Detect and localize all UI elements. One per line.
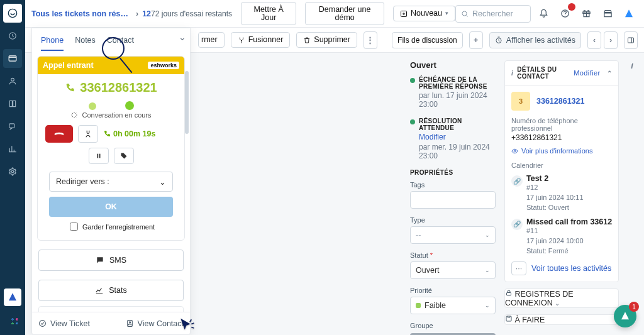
view-contact-link[interactable]: View Contact (126, 319, 184, 328)
add-thread-button[interactable]: + (469, 31, 483, 49)
todo-icon (505, 315, 513, 322)
search-input[interactable]: Rechercher (455, 5, 531, 23)
new-label: Nouveau (411, 9, 442, 18)
calendar-label: Calendrier (511, 162, 543, 169)
more-actions-button[interactable]: ⋮ (364, 31, 377, 49)
type-label: Type (410, 216, 496, 224)
ticket-icon (38, 319, 47, 327)
lock-icon (505, 289, 513, 297)
activity-item[interactable]: 🔗 Test 2 #12 17 juin 2024 10:11 Statut: … (511, 173, 612, 213)
help-icon[interactable] (556, 5, 574, 23)
nav-apps-icon[interactable] (3, 310, 22, 329)
signin-logs-title: REGISTRES DE CONNEXION (505, 290, 574, 307)
redirect-select[interactable]: Rediriger vers : ⌄ (49, 172, 173, 192)
svg-rect-18 (507, 292, 511, 295)
marketplace-icon[interactable] (599, 5, 616, 23)
status-select[interactable]: Ouvert⌄ (410, 261, 496, 279)
link-icon: 🔗 (511, 219, 523, 230)
pause-button[interactable] (89, 148, 109, 164)
nav-phone-icon[interactable] (3, 4, 22, 23)
activity-item[interactable]: 🔗 Missed call from 33612861321 #11 17 ju… (511, 217, 612, 256)
delete-button[interactable]: Supprimer (296, 32, 357, 48)
search-placeholder: Rechercher (472, 9, 513, 18)
contact-info-toggle[interactable]: i (628, 60, 636, 70)
close-button-partial[interactable]: rmer (198, 32, 225, 48)
first-response-label: ÉCHÉANCE DE LA PREMIÈRE RÉPONSE (419, 76, 496, 90)
stats-button[interactable]: Stats (38, 280, 184, 301)
breadcrumb-root[interactable]: Tous les tickets non réso… (31, 9, 132, 18)
merge-button[interactable]: Fusionner (231, 32, 291, 48)
link-icon: 🔗 (511, 175, 523, 187)
nav-settings-icon[interactable] (3, 162, 22, 181)
collapse-popover-icon[interactable]: ⌄ (179, 32, 186, 42)
threads-button[interactable]: Fils de discussion (392, 32, 463, 48)
trash-icon (303, 36, 311, 44)
upgrade-button[interactable]: Mettre À Jour (241, 2, 296, 25)
tags-input[interactable] (410, 191, 496, 209)
priority-select[interactable]: Faible⌄ (410, 297, 496, 314)
contact-name-link[interactable]: 33612861321 (536, 97, 584, 106)
notifications-icon[interactable] (535, 5, 552, 23)
tag-button[interactable] (114, 148, 134, 164)
chevron-up-icon[interactable]: ⌃ (607, 70, 612, 77)
svg-rect-11 (99, 154, 100, 158)
edit-contact-link[interactable]: Modifier (574, 69, 600, 77)
call-history-button[interactable]: Historique des appels (38, 306, 184, 312)
nav-social-icon[interactable] (3, 117, 22, 136)
next-button[interactable]: › (604, 31, 618, 49)
expand-panel-button[interactable] (624, 31, 638, 49)
popover-scrollbar[interactable] (185, 71, 189, 134)
modify-resolution-link[interactable]: Modifier (419, 133, 446, 141)
nav-dashboard-icon[interactable] (3, 26, 22, 45)
nav-contacts-icon[interactable] (3, 72, 22, 91)
view-contact-label: View Contact (138, 319, 184, 328)
tab-contact[interactable]: Contact (107, 36, 134, 51)
view-ticket-link[interactable]: View Ticket (38, 319, 90, 328)
more-menu-button[interactable]: ··· (511, 261, 526, 275)
keep-recording-checkbox[interactable] (70, 222, 78, 231)
chevron-down-icon[interactable]: ⌄ (555, 300, 560, 307)
hold-button[interactable] (78, 125, 98, 143)
svg-rect-16 (628, 38, 634, 43)
group-label: Groupe (410, 322, 496, 329)
svg-rect-19 (506, 316, 511, 321)
anim-dot (89, 102, 96, 110)
nav-kb-icon[interactable] (3, 94, 22, 113)
nav-reports-icon[interactable] (3, 140, 22, 158)
phone-field-label: Numéro de téléphone professionnel (511, 117, 612, 132)
help-fab[interactable]: 1 (614, 305, 636, 327)
activity-status: Statut: Fermé (526, 246, 612, 256)
svg-point-7 (462, 11, 467, 16)
show-activities-button[interactable]: Afficher les activités (489, 32, 581, 48)
gift-icon[interactable] (577, 5, 595, 23)
chat-icon (96, 256, 104, 265)
ok-button[interactable]: OK (49, 197, 173, 217)
prev-button[interactable]: ‹ (587, 31, 601, 49)
phone-small-icon (103, 130, 111, 138)
hangup-button[interactable] (45, 125, 73, 143)
tab-phone[interactable]: Phone (41, 36, 64, 51)
call-status-text: Conversation en cours (82, 111, 151, 119)
svg-rect-4 (9, 124, 14, 128)
nav-app-logo[interactable] (4, 288, 21, 306)
properties-heading: PROPRIÉTÉS (410, 169, 496, 176)
alert-dot (568, 3, 575, 11)
new-button[interactable]: Nouveau ▾ (393, 6, 455, 21)
type-select[interactable]: --⌄ (410, 226, 496, 244)
nav-tickets-icon[interactable] (3, 49, 22, 68)
see-all-activities-link[interactable]: Voir toutes les activités (531, 264, 611, 273)
search-icon (461, 10, 469, 18)
activity-sub: #12 (526, 183, 612, 193)
activity-date: 17 juin 2024 10:11 (526, 193, 612, 203)
contact-icon (126, 319, 134, 327)
first-response-due: par lun. 17 juin 2024 23:00 (419, 91, 496, 109)
anim-dot (125, 101, 134, 110)
request-demo-button[interactable]: Demander une démo (305, 2, 384, 25)
tab-notes[interactable]: Notes (75, 36, 96, 51)
sms-button[interactable]: SMS (38, 250, 184, 271)
brand-logo-icon[interactable] (620, 5, 638, 23)
more-info-link[interactable]: Voir plus d'informations (511, 147, 612, 155)
type-value: -- (416, 231, 421, 239)
svg-point-5 (11, 170, 14, 173)
eye-icon (511, 148, 518, 155)
